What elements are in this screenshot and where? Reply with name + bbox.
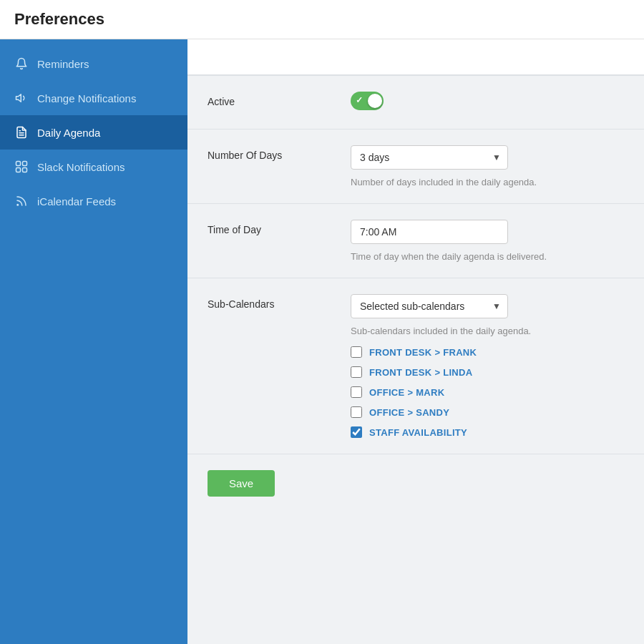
speaker-icon xyxy=(14,91,29,105)
document-icon xyxy=(14,125,29,140)
active-row: Active ✓ xyxy=(187,76,644,129)
checkbox-item-office-sandy[interactable]: OFFICE > SANDY xyxy=(351,406,624,418)
sub-calendars-label: Sub-Calendars xyxy=(208,294,351,310)
sidebar-item-icalendar-feeds-label: iCalendar Feeds xyxy=(37,195,116,208)
checkbox-office-sandy[interactable] xyxy=(351,406,362,418)
number-of-days-select-wrapper: 1 day 2 days 3 days 5 days 7 days ▼ xyxy=(351,145,508,170)
bell-icon xyxy=(14,57,29,71)
sub-calendars-control: All sub-calendars Selected sub-calendars… xyxy=(351,294,624,438)
checkbox-office-mark[interactable] xyxy=(351,386,362,398)
content-area: Active ✓ Number Of Days xyxy=(187,39,644,644)
svg-rect-4 xyxy=(23,162,27,166)
sidebar: Reminders Change Notifications xyxy=(0,39,187,644)
content-top-bar xyxy=(187,39,644,75)
active-toggle[interactable]: ✓ xyxy=(351,92,384,110)
toggle-track: ✓ xyxy=(351,92,384,110)
checkbox-staff-availability[interactable] xyxy=(351,426,362,438)
time-of-day-control: Time of day when the daily agenda is del… xyxy=(351,220,624,262)
main-layout: Reminders Change Notifications xyxy=(0,39,644,644)
svg-marker-0 xyxy=(16,94,21,102)
checkbox-label-front-desk-frank: FRONT DESK > FRANK xyxy=(369,347,477,358)
page-title: Preferences xyxy=(14,10,630,29)
sidebar-item-change-notifications[interactable]: Change Notifications xyxy=(0,81,187,115)
save-button[interactable]: Save xyxy=(208,470,275,497)
sub-calendars-select-wrapper: All sub-calendars Selected sub-calendars… xyxy=(351,294,508,318)
checkbox-list: FRONT DESK > FRANK FRONT DESK > LINDA OF… xyxy=(351,346,624,438)
time-of-day-row: Time of Day Time of day when the daily a… xyxy=(187,204,644,278)
checkbox-label-office-sandy: OFFICE > SANDY xyxy=(369,407,449,418)
number-of-days-control: 1 day 2 days 3 days 5 days 7 days ▼ Numb… xyxy=(351,145,624,187)
sub-calendars-select[interactable]: All sub-calendars Selected sub-calendars xyxy=(351,294,508,318)
checkbox-front-desk-linda[interactable] xyxy=(351,366,362,378)
time-of-day-hint: Time of day when the daily agenda is del… xyxy=(351,251,624,262)
number-of-days-select[interactable]: 1 day 2 days 3 days 5 days 7 days xyxy=(351,145,508,170)
number-of-days-row: Number Of Days 1 day 2 days 3 days 5 day… xyxy=(187,130,644,203)
sidebar-item-slack-notifications[interactable]: Slack Notifications xyxy=(0,150,187,184)
checkbox-item-front-desk-frank[interactable]: FRONT DESK > FRANK xyxy=(351,346,624,358)
sidebar-item-daily-agenda[interactable]: Daily Agenda xyxy=(0,115,187,150)
time-of-day-label: Time of Day xyxy=(208,220,351,235)
checkbox-label-office-mark: OFFICE > MARK xyxy=(369,387,444,398)
checkbox-item-staff-availability[interactable]: STAFF AVAILABILITY xyxy=(351,426,624,438)
toggle-checkmark: ✓ xyxy=(356,95,363,105)
sidebar-item-icalendar-feeds[interactable]: iCalendar Feeds xyxy=(0,184,187,218)
sidebar-item-change-notifications-label: Change Notifications xyxy=(37,92,136,104)
save-section: Save xyxy=(187,454,644,512)
time-of-day-input[interactable] xyxy=(351,220,508,244)
checkbox-label-staff-availability: STAFF AVAILABILITY xyxy=(369,427,467,438)
svg-rect-5 xyxy=(16,168,21,172)
checkbox-front-desk-frank[interactable] xyxy=(351,346,362,358)
rss-icon xyxy=(14,194,29,208)
page-header: Preferences xyxy=(0,0,644,39)
sidebar-item-reminders-label: Reminders xyxy=(37,58,89,70)
sub-calendars-hint: Sub-calendars included in the daily agen… xyxy=(351,326,624,336)
sub-calendars-row: Sub-Calendars All sub-calendars Selected… xyxy=(187,278,644,454)
svg-rect-6 xyxy=(23,168,27,172)
active-label: Active xyxy=(208,92,351,107)
number-of-days-label: Number Of Days xyxy=(208,145,351,161)
checkbox-item-office-mark[interactable]: OFFICE > MARK xyxy=(351,386,624,398)
number-of-days-hint: Number of days included in the daily age… xyxy=(351,177,624,187)
svg-point-7 xyxy=(17,205,19,206)
checkbox-item-front-desk-linda[interactable]: FRONT DESK > LINDA xyxy=(351,366,624,378)
svg-rect-3 xyxy=(16,162,21,166)
checkbox-label-front-desk-linda: FRONT DESK > LINDA xyxy=(369,367,472,378)
toggle-thumb xyxy=(368,94,382,108)
active-toggle-wrapper: ✓ xyxy=(351,92,384,110)
sidebar-item-reminders[interactable]: Reminders xyxy=(0,47,187,81)
active-control: ✓ xyxy=(351,92,624,113)
slack-icon xyxy=(14,160,29,174)
sidebar-item-daily-agenda-label: Daily Agenda xyxy=(37,127,100,139)
sidebar-item-slack-notifications-label: Slack Notifications xyxy=(37,161,125,173)
